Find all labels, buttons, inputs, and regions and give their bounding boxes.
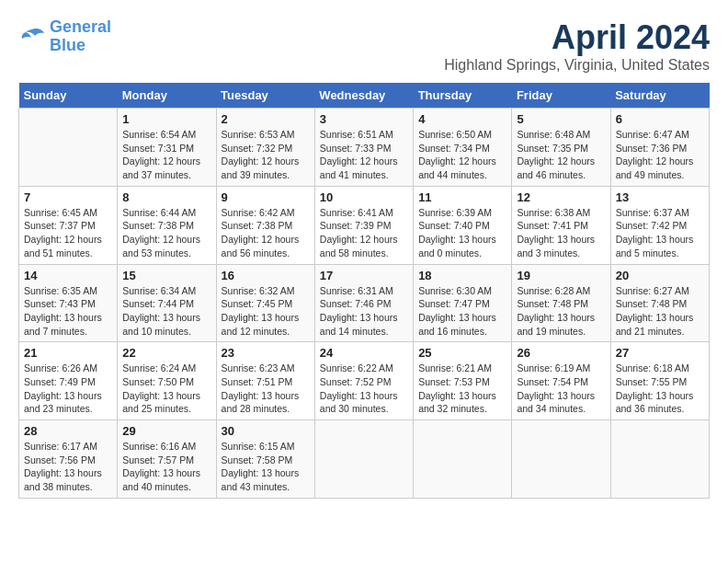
calendar-cell: 10Sunrise: 6:41 AM Sunset: 7:39 PM Dayli…	[314, 186, 413, 264]
col-header-tuesday: Tuesday	[216, 83, 314, 109]
day-info: Sunrise: 6:34 AM Sunset: 7:44 PM Dayligh…	[122, 284, 210, 339]
calendar-week-row: 1Sunrise: 6:54 AM Sunset: 7:31 PM Daylig…	[19, 109, 710, 187]
col-header-thursday: Thursday	[414, 83, 512, 109]
calendar-cell: 15Sunrise: 6:34 AM Sunset: 7:44 PM Dayli…	[118, 264, 216, 342]
calendar-cell	[414, 420, 512, 499]
day-info: Sunrise: 6:31 AM Sunset: 7:46 PM Dayligh…	[320, 284, 408, 339]
day-info: Sunrise: 6:39 AM Sunset: 7:40 PM Dayligh…	[418, 206, 506, 260]
col-header-friday: Friday	[512, 83, 610, 109]
day-info: Sunrise: 6:23 AM Sunset: 7:51 PM Dayligh…	[222, 362, 310, 416]
day-number: 19	[517, 269, 605, 282]
day-number: 28	[24, 424, 112, 438]
calendar-week-row: 28Sunrise: 6:17 AM Sunset: 7:56 PM Dayli…	[19, 420, 710, 499]
calendar-cell: 17Sunrise: 6:31 AM Sunset: 7:46 PM Dayli…	[314, 264, 413, 342]
day-number: 5	[517, 112, 605, 126]
calendar-cell: 29Sunrise: 6:16 AM Sunset: 7:57 PM Dayli…	[118, 420, 216, 499]
calendar-cell: 6Sunrise: 6:47 AM Sunset: 7:36 PM Daylig…	[610, 109, 709, 187]
calendar-cell: 18Sunrise: 6:30 AM Sunset: 7:47 PM Dayli…	[414, 264, 512, 342]
day-info: Sunrise: 6:50 AM Sunset: 7:34 PM Dayligh…	[418, 128, 506, 182]
calendar-cell: 4Sunrise: 6:50 AM Sunset: 7:34 PM Daylig…	[414, 109, 512, 187]
day-number: 17	[320, 269, 408, 282]
calendar-cell: 3Sunrise: 6:51 AM Sunset: 7:33 PM Daylig…	[314, 109, 413, 187]
day-number: 25	[418, 346, 506, 360]
day-number: 11	[418, 190, 506, 204]
day-number: 1	[122, 112, 210, 126]
day-number: 13	[616, 190, 704, 204]
day-number: 2	[222, 112, 310, 126]
calendar-cell: 26Sunrise: 6:19 AM Sunset: 7:54 PM Dayli…	[512, 342, 610, 420]
calendar-cell: 13Sunrise: 6:37 AM Sunset: 7:42 PM Dayli…	[610, 186, 709, 264]
calendar-cell: 30Sunrise: 6:15 AM Sunset: 7:58 PM Dayli…	[216, 420, 314, 499]
calendar-cell: 1Sunrise: 6:54 AM Sunset: 7:31 PM Daylig…	[118, 109, 216, 187]
day-info: Sunrise: 6:18 AM Sunset: 7:55 PM Dayligh…	[616, 362, 704, 416]
day-number: 8	[122, 190, 210, 204]
calendar-cell: 27Sunrise: 6:18 AM Sunset: 7:55 PM Dayli…	[610, 342, 709, 420]
calendar-table: SundayMondayTuesdayWednesdayThursdayFrid…	[18, 83, 710, 499]
logo-text: General Blue	[50, 18, 111, 55]
logo: General Blue	[18, 18, 111, 55]
day-info: Sunrise: 6:24 AM Sunset: 7:50 PM Dayligh…	[122, 362, 210, 416]
day-info: Sunrise: 6:27 AM Sunset: 7:48 PM Dayligh…	[616, 284, 704, 339]
calendar-cell: 2Sunrise: 6:53 AM Sunset: 7:32 PM Daylig…	[216, 109, 314, 187]
day-info: Sunrise: 6:47 AM Sunset: 7:36 PM Dayligh…	[616, 128, 704, 182]
calendar-week-row: 7Sunrise: 6:45 AM Sunset: 7:37 PM Daylig…	[19, 186, 710, 264]
day-number: 16	[222, 269, 310, 282]
calendar-subtitle: Highland Springs, Virginia, United State…	[444, 57, 710, 74]
day-info: Sunrise: 6:51 AM Sunset: 7:33 PM Dayligh…	[320, 128, 408, 182]
day-number: 18	[418, 269, 506, 282]
day-number: 6	[616, 112, 704, 126]
day-info: Sunrise: 6:17 AM Sunset: 7:56 PM Dayligh…	[24, 440, 112, 494]
col-header-monday: Monday	[118, 83, 216, 109]
calendar-cell: 7Sunrise: 6:45 AM Sunset: 7:37 PM Daylig…	[19, 186, 118, 264]
col-header-wednesday: Wednesday	[314, 83, 413, 109]
calendar-cell: 21Sunrise: 6:26 AM Sunset: 7:49 PM Dayli…	[19, 342, 118, 420]
calendar-cell: 9Sunrise: 6:42 AM Sunset: 7:38 PM Daylig…	[216, 186, 314, 264]
calendar-cell	[610, 420, 709, 499]
day-number: 29	[122, 424, 210, 438]
day-number: 12	[517, 190, 605, 204]
page-header: General Blue April 2024 Highland Springs…	[18, 18, 710, 74]
calendar-cell	[314, 420, 413, 499]
day-info: Sunrise: 6:16 AM Sunset: 7:57 PM Dayligh…	[122, 440, 210, 494]
calendar-title: April 2024	[444, 18, 710, 57]
calendar-cell: 22Sunrise: 6:24 AM Sunset: 7:50 PM Dayli…	[118, 342, 216, 420]
calendar-cell: 19Sunrise: 6:28 AM Sunset: 7:48 PM Dayli…	[512, 264, 610, 342]
col-header-sunday: Sunday	[19, 83, 118, 109]
calendar-cell: 20Sunrise: 6:27 AM Sunset: 7:48 PM Dayli…	[610, 264, 709, 342]
calendar-week-row: 21Sunrise: 6:26 AM Sunset: 7:49 PM Dayli…	[19, 342, 710, 420]
calendar-cell: 8Sunrise: 6:44 AM Sunset: 7:38 PM Daylig…	[118, 186, 216, 264]
day-number: 24	[320, 346, 408, 360]
day-number: 30	[222, 424, 310, 438]
day-number: 26	[517, 346, 605, 360]
day-info: Sunrise: 6:48 AM Sunset: 7:35 PM Dayligh…	[517, 128, 605, 182]
day-info: Sunrise: 6:26 AM Sunset: 7:49 PM Dayligh…	[24, 362, 112, 416]
calendar-cell	[512, 420, 610, 499]
day-info: Sunrise: 6:19 AM Sunset: 7:54 PM Dayligh…	[517, 362, 605, 416]
calendar-cell: 25Sunrise: 6:21 AM Sunset: 7:53 PM Dayli…	[414, 342, 512, 420]
day-number: 9	[222, 190, 310, 204]
day-number: 27	[616, 346, 704, 360]
day-info: Sunrise: 6:45 AM Sunset: 7:37 PM Dayligh…	[24, 206, 112, 260]
calendar-cell: 23Sunrise: 6:23 AM Sunset: 7:51 PM Dayli…	[216, 342, 314, 420]
day-info: Sunrise: 6:38 AM Sunset: 7:41 PM Dayligh…	[517, 206, 605, 260]
day-info: Sunrise: 6:37 AM Sunset: 7:42 PM Dayligh…	[616, 206, 704, 260]
day-number: 3	[320, 112, 408, 126]
day-info: Sunrise: 6:53 AM Sunset: 7:32 PM Dayligh…	[222, 128, 310, 182]
calendar-cell: 16Sunrise: 6:32 AM Sunset: 7:45 PM Dayli…	[216, 264, 314, 342]
day-info: Sunrise: 6:22 AM Sunset: 7:52 PM Dayligh…	[320, 362, 408, 416]
day-info: Sunrise: 6:41 AM Sunset: 7:39 PM Dayligh…	[320, 206, 408, 260]
calendar-cell: 5Sunrise: 6:48 AM Sunset: 7:35 PM Daylig…	[512, 109, 610, 187]
calendar-cell: 14Sunrise: 6:35 AM Sunset: 7:43 PM Dayli…	[19, 264, 118, 342]
day-info: Sunrise: 6:44 AM Sunset: 7:38 PM Dayligh…	[122, 206, 210, 260]
day-info: Sunrise: 6:35 AM Sunset: 7:43 PM Dayligh…	[24, 284, 112, 339]
calendar-cell: 28Sunrise: 6:17 AM Sunset: 7:56 PM Dayli…	[19, 420, 118, 499]
calendar-cell: 24Sunrise: 6:22 AM Sunset: 7:52 PM Dayli…	[314, 342, 413, 420]
day-info: Sunrise: 6:28 AM Sunset: 7:48 PM Dayligh…	[517, 284, 605, 339]
day-number: 23	[222, 346, 310, 360]
day-number: 7	[24, 190, 112, 204]
day-info: Sunrise: 6:15 AM Sunset: 7:58 PM Dayligh…	[222, 440, 310, 494]
col-header-saturday: Saturday	[610, 83, 709, 109]
day-number: 15	[122, 269, 210, 282]
calendar-header-row: SundayMondayTuesdayWednesdayThursdayFrid…	[19, 83, 710, 109]
calendar-cell: 11Sunrise: 6:39 AM Sunset: 7:40 PM Dayli…	[414, 186, 512, 264]
